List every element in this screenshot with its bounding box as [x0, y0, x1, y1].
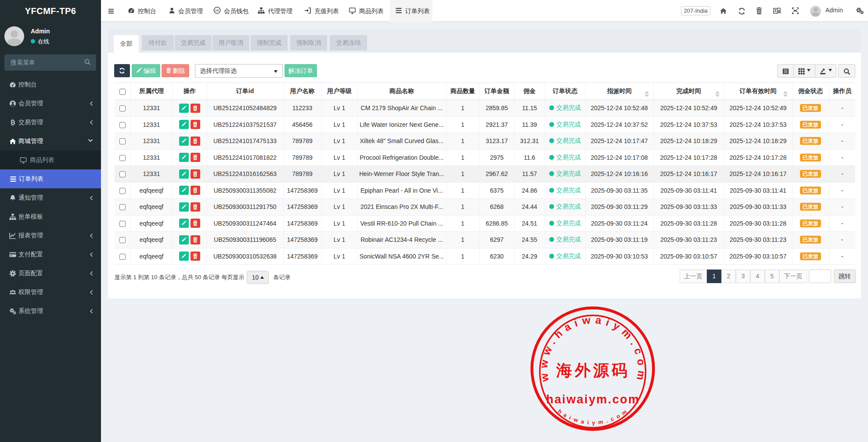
svg-text:haiwaiym.com: haiwaiym.com: [546, 393, 640, 406]
svg-text:cc: cc: [215, 8, 219, 12]
svg-text:海外源码: 海外源码: [556, 362, 630, 379]
